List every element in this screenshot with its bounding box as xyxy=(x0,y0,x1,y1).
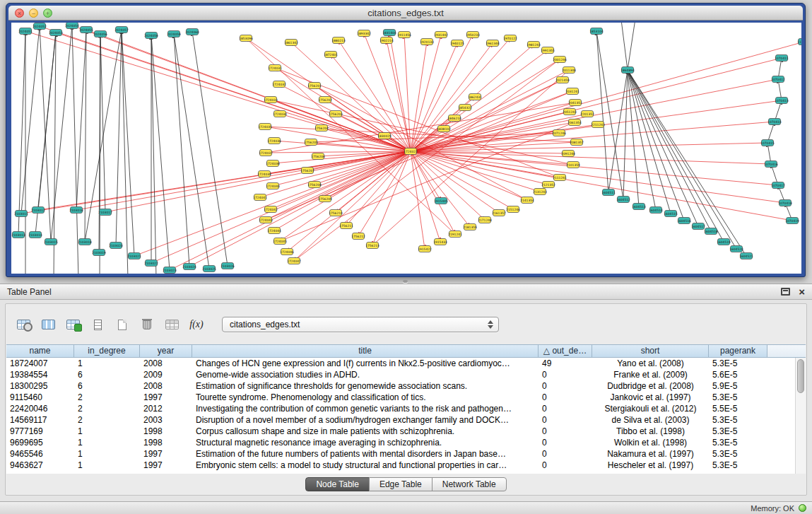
table-row[interactable]: 969969511998Structural magnetic resonanc… xyxy=(6,437,795,448)
graph-node[interactable]: 1724044 xyxy=(267,228,281,234)
graph-node[interactable]: 2024054 xyxy=(65,23,79,29)
graph-node[interactable]: 2021459 xyxy=(555,77,570,83)
graph-node[interactable]: 2011348 xyxy=(562,67,576,74)
memory-indicator[interactable] xyxy=(799,504,806,512)
graph-node[interactable]: 1604520 xyxy=(729,246,743,252)
graph-node[interactable]: 2191241 xyxy=(448,231,462,238)
window-zoom-button[interactable]: + xyxy=(43,8,52,18)
window-minimize-button[interactable]: − xyxy=(29,8,38,18)
table-row[interactable]: 911546021997Tourette syndrome. Phenomeno… xyxy=(6,392,795,403)
graph-node[interactable]: 2041352 xyxy=(568,100,582,106)
graph-node[interactable]: 1838102 xyxy=(437,126,451,132)
graph-node[interactable]: 2103012 xyxy=(31,207,45,214)
panel-resize-handle[interactable] xyxy=(403,280,408,283)
graph-node[interactable]: 1911456 xyxy=(397,32,411,38)
select-columns-button[interactable] xyxy=(37,315,59,334)
graph-node[interactable]: 1846210 xyxy=(447,115,461,122)
graph-node[interactable]: 2103013 xyxy=(11,232,25,238)
graph-node[interactable]: 2161357 xyxy=(492,210,506,216)
graph-node[interactable]: 1861342 xyxy=(284,40,298,46)
graph-node[interactable]: 2061354 xyxy=(567,119,582,126)
graph-node[interactable]: 1756203 xyxy=(329,111,343,117)
graph-node[interactable]: 1831404 xyxy=(382,30,396,36)
graph-node[interactable]: 1862431 xyxy=(468,94,482,100)
table-row[interactable]: 2242004622012Investigating the contribut… xyxy=(6,403,795,414)
table-scrollbar-thumb[interactable] xyxy=(797,359,804,393)
close-panel-button[interactable]: × xyxy=(799,287,805,297)
graph-node[interactable]: 1604515 xyxy=(664,211,678,217)
graph-node[interactable]: 1902214 xyxy=(379,37,394,44)
graph-node[interactable]: 1991355 xyxy=(541,47,555,54)
graph-node[interactable]: 1915445 xyxy=(434,198,448,204)
graph-node[interactable]: 1931442 xyxy=(434,32,448,38)
table-row[interactable]: 977716911998Corpus callosum shape and si… xyxy=(6,426,795,437)
table-row[interactable]: 946554611997Estimation of the future num… xyxy=(6,448,795,460)
table-row[interactable]: 946362711997Embryonic stem cells: a mode… xyxy=(6,460,795,471)
graph-node[interactable]: 1920133 xyxy=(420,39,434,45)
function-builder-button[interactable]: f(x) xyxy=(186,315,207,334)
graph-node[interactable]: 1070412 xyxy=(771,76,785,83)
graph-node[interactable]: 2103017 xyxy=(98,209,112,216)
graph-node[interactable]: 2211243 xyxy=(591,122,605,128)
graph-node[interactable]: 1756211 xyxy=(339,223,353,229)
graph-node[interactable]: 2201352 xyxy=(580,111,594,117)
graph-node[interactable]: 2024053 xyxy=(49,30,63,36)
graph-node[interactable]: 2101359 xyxy=(566,162,580,168)
graph-node[interactable]: 2081357 xyxy=(570,139,584,146)
new-table-button[interactable] xyxy=(112,315,133,334)
graph-node[interactable]: 1070413 xyxy=(775,98,789,104)
window-titlebar[interactable]: × − + citations_edges.txt xyxy=(8,6,803,21)
graph-node[interactable]: 2103016 xyxy=(69,207,83,214)
graph-node[interactable]: 2024058 xyxy=(144,33,158,39)
graph-node[interactable]: 2103024 xyxy=(182,264,196,270)
graph-node[interactable]: 1724043 xyxy=(259,217,273,223)
graph-node[interactable]: 2103025 xyxy=(202,266,216,272)
graph-node[interactable]: 1970122 xyxy=(503,35,517,42)
graph-node[interactable]: 1724037 xyxy=(259,150,273,156)
graph-node[interactable]: 2103026 xyxy=(220,263,235,269)
column-header-pagerank[interactable]: pagerank xyxy=(709,345,767,357)
graph-node[interactable]: 1070414 xyxy=(767,119,782,125)
graph-node[interactable]: 2001246 xyxy=(553,57,567,63)
graph-node[interactable]: 1604512 xyxy=(616,197,630,203)
graph-node[interactable]: 1724040 xyxy=(266,183,280,189)
graph-node[interactable]: 1070417 xyxy=(771,182,785,189)
graph-node[interactable]: 1724046 xyxy=(280,249,294,255)
column-header-out_degree[interactable]: △ out_de… xyxy=(539,345,592,357)
tab-node-table[interactable]: Node Table xyxy=(305,477,370,491)
graph-node[interactable]: 2141354 xyxy=(520,197,534,204)
graph-node[interactable]: 1070416 xyxy=(764,161,778,168)
column-header-short[interactable]: short xyxy=(592,345,709,357)
graph-node[interactable]: 2024059 xyxy=(167,31,181,37)
graph-node[interactable]: 1756204 xyxy=(314,125,329,132)
graph-node[interactable]: 2091248 xyxy=(561,151,575,157)
graph-node[interactable]: 1893342 xyxy=(357,30,371,37)
row-options-button[interactable] xyxy=(87,315,108,334)
graph-node[interactable]: 2121352 xyxy=(541,182,555,188)
graph-node[interactable]: 1756210 xyxy=(329,210,343,216)
graph-node[interactable]: 1724039 xyxy=(257,171,271,177)
table-scrollbar[interactable] xyxy=(795,358,806,474)
graph-node[interactable]: 2103021 xyxy=(127,253,141,259)
graph-node[interactable]: 1604514 xyxy=(649,207,663,214)
graph-node[interactable]: 1915422 xyxy=(418,246,432,252)
network-window[interactable]: × − + citations_edges.txt 17240221853096… xyxy=(6,3,806,277)
graph-node[interactable]: 2024052 xyxy=(33,23,47,30)
graph-node[interactable]: 1756201 xyxy=(307,83,322,89)
column-header-title[interactable]: title xyxy=(192,345,539,357)
graph-node[interactable]: 1756209 xyxy=(318,196,332,202)
column-header-name[interactable]: name xyxy=(6,345,74,357)
table-row[interactable]: 1938455462009Genome-wide association stu… xyxy=(6,369,795,380)
graph-node[interactable]: 1756202 xyxy=(318,97,332,103)
graph-node[interactable]: 1915433 xyxy=(433,239,447,245)
graph-node[interactable]: 2151246 xyxy=(506,206,520,213)
graph-node[interactable]: 1724033 xyxy=(264,97,278,103)
graph-node[interactable]: 1981243 xyxy=(526,42,541,48)
graph-node[interactable]: 1853096 xyxy=(239,35,253,42)
graph-node[interactable]: 2051243 xyxy=(563,109,577,115)
graph-node[interactable]: 1724038 xyxy=(266,160,280,167)
graph-node[interactable]: 1880213 xyxy=(331,37,346,44)
graph-node[interactable]: 2131243 xyxy=(533,189,547,195)
graph-node[interactable]: 2071246 xyxy=(552,130,566,136)
graph-node[interactable]: 1950233 xyxy=(466,32,480,38)
